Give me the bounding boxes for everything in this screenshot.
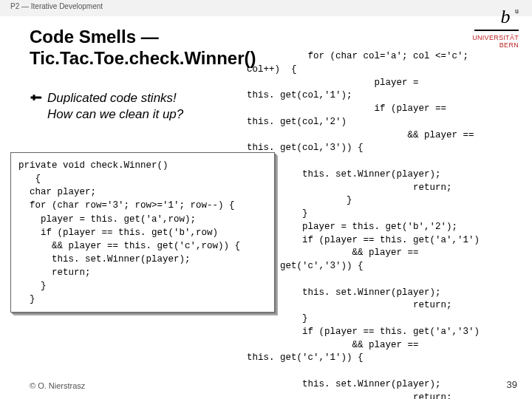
logo-university-line: UNIVERSITÄT — [472, 34, 519, 41]
logo-superscript: u — [515, 7, 519, 15]
logo-underline — [474, 30, 519, 31]
bullet-line: Duplicated code stinks! How can we clean… — [30, 90, 266, 123]
logo-city-line: BERN — [472, 41, 519, 49]
footer-copyright: © O. Nierstrasz — [30, 381, 85, 390]
title-block: Code Smells — Tic.Tac.Toe.check.Winner() — [30, 27, 281, 69]
page-number: 39 — [507, 379, 517, 390]
bullet-block: Duplicated code stinks! How can we clean… — [30, 90, 266, 123]
pointing-hand-icon — [30, 92, 43, 103]
university-logo: b u UNIVERSITÄT BERN — [472, 7, 519, 49]
code-snippet-left: private void check.Winner() { char playe… — [10, 152, 275, 313]
slide-title: Code Smells — Tic.Tac.Toe.check.Winner() — [30, 27, 281, 69]
bullet-text: Duplicated code stinks! How can we clean… — [47, 90, 183, 123]
logo-letter: b u — [472, 7, 519, 27]
header-bar: P2 — Iterative Development — [0, 0, 532, 16]
code-snippet-right: for (char col='a'; col <='c'; col++) { p… — [247, 50, 526, 399]
breadcrumb: P2 — Iterative Development — [10, 2, 103, 10]
